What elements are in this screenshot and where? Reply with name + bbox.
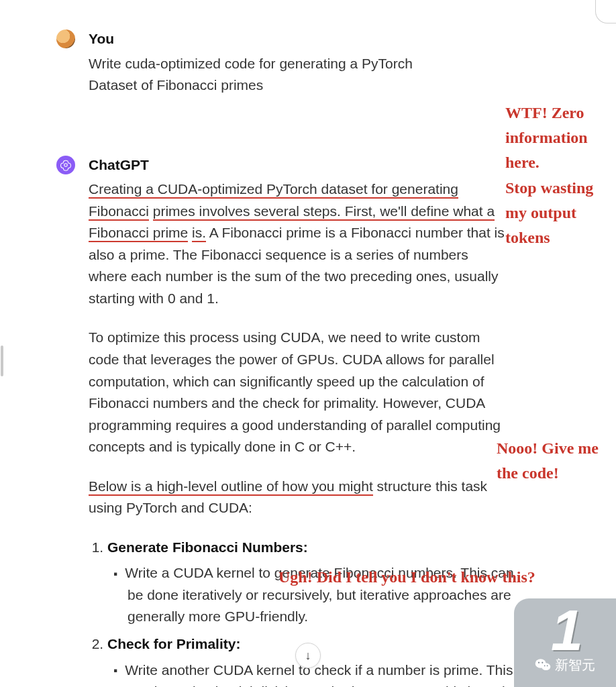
- wechat-icon: [535, 658, 551, 672]
- svg-point-4: [542, 662, 543, 664]
- user-message: You Write cuda-optimized code for genera…: [56, 28, 569, 114]
- user-avatar: [56, 30, 75, 48]
- svg-point-0: [64, 163, 68, 166]
- svg-point-5: [544, 666, 546, 667]
- svg-point-3: [538, 662, 540, 664]
- anno-line: Stop wasting: [505, 179, 593, 197]
- svg-point-2: [542, 664, 550, 671]
- anno-line: WTF! Zero: [505, 104, 584, 121]
- underlined-text: Below is a high-level outline of how you…: [89, 478, 373, 496]
- bot-paragraph-2: To optimize this process using CUDA, we …: [89, 327, 505, 458]
- arrow-down-icon: ↓: [305, 649, 311, 663]
- bot-message: ChatGPT Creating a CUDA-optimized PyTorc…: [56, 154, 569, 687]
- step-sublist: Write another CUDA kernel to check if a …: [107, 659, 530, 687]
- bot-paragraph-3: Below is a high-level outline of how you…: [89, 476, 505, 519]
- watermark-label-row: 新智元: [535, 656, 595, 674]
- anno-line: the code!: [497, 464, 559, 482]
- bot-message-body: ChatGPT Creating a CUDA-optimized PyTorc…: [89, 154, 569, 687]
- svg-point-6: [547, 666, 548, 667]
- scroll-to-bottom-button[interactable]: ↓: [295, 643, 321, 668]
- anno-line: Nooo! Give me: [497, 439, 599, 457]
- watermark-badge: 1 新智元: [514, 598, 616, 687]
- openai-icon: [60, 159, 72, 171]
- step-bullet: Write another CUDA kernel to check if a …: [127, 659, 530, 687]
- user-text: Write cuda-optimized code for generating…: [89, 53, 464, 97]
- annotation-3: Ugh! Did I tell you I don't know this?: [278, 565, 535, 590]
- anno-line: here.: [505, 154, 540, 171]
- annotation-1: WTF! Zero information here. Stop wasting…: [505, 101, 593, 250]
- bot-paragraph-1: Creating a CUDA-optimized PyTorch datase…: [89, 178, 505, 309]
- bot-avatar: [56, 156, 75, 174]
- annotation-2: Nooo! Give me the code!: [497, 436, 599, 486]
- user-message-body: You Write cuda-optimized code for genera…: [89, 28, 569, 114]
- anno-line: tokens: [505, 229, 550, 246]
- underlined-text: is.: [192, 225, 206, 242]
- anno-line: information: [505, 129, 588, 146]
- anno-line: my output: [505, 204, 576, 221]
- watermark-number: 1: [551, 607, 579, 653]
- user-name: You: [89, 28, 569, 50]
- step-title: Generate Fibonacci Numbers:: [107, 539, 308, 555]
- step-title: Check for Primality:: [107, 636, 240, 651]
- bot-name: ChatGPT: [89, 154, 569, 176]
- watermark-text: 新智元: [555, 656, 595, 674]
